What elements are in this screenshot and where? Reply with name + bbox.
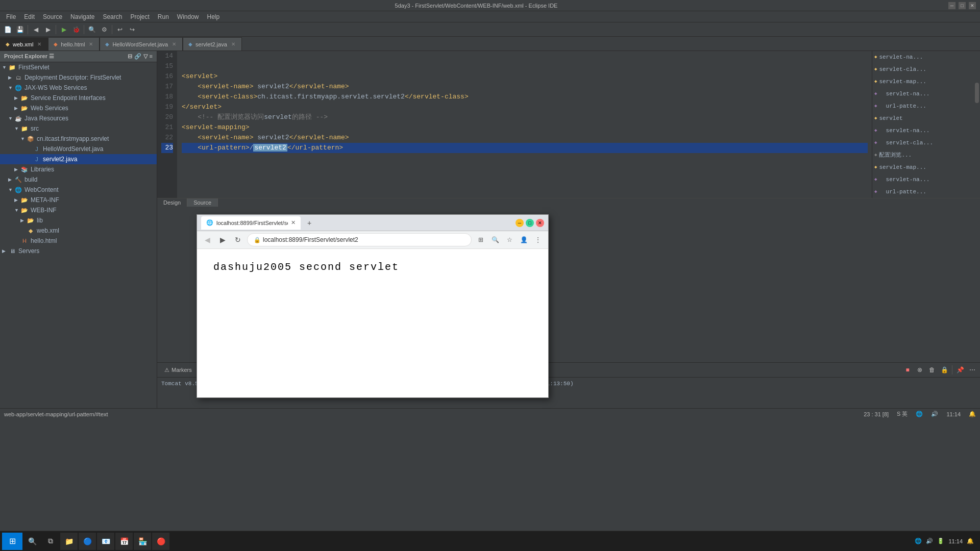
taskbar-chrome[interactable]: 🔴 — [152, 533, 169, 550]
stop-btn[interactable]: ■ — [902, 364, 913, 375]
taskbar-calendar[interactable]: 📅 — [115, 533, 133, 550]
tb-run[interactable]: ▶ — [58, 24, 69, 35]
tree-src[interactable]: ▼ 📁 src — [0, 123, 157, 134]
tree-jaxws[interactable]: ▼ 🌐 JAX-WS Web Services — [0, 83, 157, 93]
tree-webservices[interactable]: ▶ 📂 Web Services — [0, 103, 157, 113]
taskbar-search[interactable]: 🔍 — [23, 533, 41, 550]
tree-servlet2[interactable]: J servlet2.java — [0, 154, 157, 164]
scrollbar-thumb[interactable] — [975, 83, 979, 103]
taskbar-fileexplorer[interactable]: 📁 — [60, 533, 78, 550]
outline-servlet-na3[interactable]: ◆ servlet-na... — [872, 124, 974, 137]
outline-servlet-na1[interactable]: ◆ servlet-na... — [872, 51, 974, 63]
menu-window[interactable]: Window — [173, 12, 203, 21]
disconnect-btn[interactable]: ⊗ — [914, 364, 925, 375]
scroll-lock-btn[interactable]: 🔒 — [939, 364, 950, 375]
browser-minimize[interactable]: ─ — [516, 219, 524, 227]
tab-web-xml-close[interactable]: ✕ — [36, 41, 42, 47]
taskbar-taskview[interactable]: ⧉ — [42, 533, 59, 550]
link-icon[interactable]: 🔗 — [134, 53, 141, 60]
outline-comment[interactable]: ◆ 配置浏览... — [872, 149, 974, 161]
menu-project[interactable]: Project — [126, 12, 153, 21]
filter-icon[interactable]: ▽ — [143, 53, 148, 60]
tb-forward[interactable]: ▶ — [42, 24, 54, 35]
tab-hello-html[interactable]: ◆ hello.html ✕ — [48, 37, 100, 51]
menu-navigate[interactable]: Navigate — [66, 12, 99, 21]
tree-metainf[interactable]: ▶ 📂 META-INF — [0, 195, 157, 205]
menu-file[interactable]: File — [2, 12, 20, 21]
close-btn[interactable]: ✕ — [969, 2, 976, 9]
outline-servlet-cla2[interactable]: ◆ servlet-cla... — [872, 137, 974, 149]
extensions-icon[interactable]: ⊞ — [475, 234, 487, 246]
tb-undo[interactable]: ↩ — [114, 24, 126, 35]
tree-firstservlet[interactable]: ▼ 📁 FirstServlet — [0, 62, 157, 72]
tb-new[interactable]: 📄 — [2, 24, 13, 35]
tree-package[interactable]: ▼ 📦 cn.itcast.firstmyapp.servlet — [0, 134, 157, 144]
bookmark-icon[interactable]: ☆ — [503, 234, 516, 246]
tab-hello-servlet-close[interactable]: ✕ — [171, 41, 177, 47]
browser-close[interactable]: ✕ — [536, 219, 544, 227]
tree-libraries[interactable]: ▶ 📚 Libraries — [0, 164, 157, 174]
start-btn[interactable]: ⊞ — [2, 533, 22, 550]
zoom-icon[interactable]: 🔍 — [489, 234, 501, 246]
outline-url-pattern[interactable]: ◆ url-patte... — [872, 100, 974, 112]
profile-icon[interactable]: 👤 — [518, 234, 530, 246]
tree-deployment[interactable]: ▶ 🗂 Deployment Descriptor: FirstServlet — [0, 72, 157, 83]
clear-btn[interactable]: 🗑 — [926, 364, 938, 375]
browser-refresh[interactable]: ↻ — [232, 234, 244, 246]
scrollbar[interactable] — [974, 51, 980, 198]
menu-help[interactable]: Help — [203, 12, 224, 21]
minimize-btn[interactable]: ─ — [948, 2, 955, 9]
menu-source[interactable]: Source — [39, 12, 66, 21]
notification-icon[interactable]: 🔔 — [969, 411, 976, 417]
tab-markers[interactable]: ⚠ Markers — [159, 364, 197, 376]
tab-servlet2[interactable]: ◆ servlet2.java ✕ — [183, 37, 242, 51]
tree-webinf[interactable]: ▼ 📂 WEB-INF — [0, 205, 157, 215]
taskbar-store[interactable]: 🏪 — [134, 533, 151, 550]
tree-java-resources[interactable]: ▼ ☕ Java Resources — [0, 113, 157, 123]
tree-build[interactable]: ▶ 🔨 build — [0, 174, 157, 185]
tree-webcontent[interactable]: ▼ 🌐 WebContent — [0, 185, 157, 195]
tree-hellohtml[interactable]: H hello.html — [0, 236, 157, 246]
more-btn[interactable]: ⋯ — [967, 364, 978, 375]
browser-maximize[interactable]: □ — [526, 219, 534, 227]
tray-volume[interactable]: 🔊 — [926, 538, 933, 544]
tree-sei[interactable]: ▶ 📂 Service Endpoint Interfaces — [0, 93, 157, 103]
outline-servlet-na2[interactable]: ◆ servlet-na... — [872, 88, 974, 100]
browser-forward[interactable]: ▶ — [216, 234, 229, 246]
tray-network[interactable]: 🌐 — [915, 538, 922, 544]
tree-servers[interactable]: ▶ 🖥 Servers — [0, 246, 157, 256]
pin-btn[interactable]: 📌 — [954, 364, 966, 375]
menu-edit[interactable]: Edit — [20, 12, 39, 21]
outline-servlet-na4[interactable]: ◆ servlet-na... — [872, 173, 974, 186]
menu-icon[interactable]: ≡ — [150, 53, 153, 60]
tab-hello-html-close[interactable]: ✕ — [88, 41, 94, 47]
tree-lib[interactable]: ▶ 📂 lib — [0, 215, 157, 226]
tab-hello-servlet[interactable]: ◆ HelloWordServlet.java ✕ — [100, 37, 183, 51]
tray-notification[interactable]: 🔔 — [967, 538, 974, 544]
tab-servlet2-close[interactable]: ✕ — [230, 41, 236, 47]
browser-new-tab[interactable]: + — [304, 217, 315, 229]
outline-servlet-cla1[interactable]: ◆ servlet-cla... — [872, 63, 974, 76]
tb-debug[interactable]: 🐞 — [70, 24, 82, 35]
tree-hello-servlet[interactable]: J HelloWordServlet.java — [0, 144, 157, 154]
tb-save[interactable]: 💾 — [14, 24, 26, 35]
browser-tab-close[interactable]: ✕ — [291, 219, 296, 226]
tree-webxml[interactable]: ◆ web.xml — [0, 226, 157, 236]
browser-tab-active[interactable]: 🌐 localhost:8899/FirstServlet/se... ✕ — [201, 216, 301, 230]
browser-back[interactable]: ◀ — [201, 234, 213, 246]
address-bar[interactable]: 🔒 localhost:8899/FirstServlet/servlet2 — [247, 233, 472, 246]
source-btn[interactable]: Source — [187, 198, 218, 207]
menu-search[interactable]: Search — [99, 12, 126, 21]
menu-icon-browser[interactable]: ⋮ — [532, 234, 544, 246]
collapse-all-icon[interactable]: ⊟ — [128, 53, 132, 60]
taskbar-eclipse[interactable]: 🔵 — [79, 533, 96, 550]
outline-servlet-map[interactable]: ◆ servlet-map... — [872, 76, 974, 88]
tab-web-xml[interactable]: ◆ web.xml ✕ — [0, 37, 48, 51]
outline-url-pat2[interactable]: ◆ url-patte... — [872, 186, 974, 198]
outline-servlet[interactable]: ◆ servlet — [872, 112, 974, 124]
tb-redo[interactable]: ↪ — [127, 24, 138, 35]
menu-run[interactable]: Run — [154, 12, 173, 21]
maximize-btn[interactable]: □ — [959, 2, 966, 9]
tb-search[interactable]: 🔍 — [86, 24, 97, 35]
design-btn[interactable]: Design — [157, 198, 187, 207]
